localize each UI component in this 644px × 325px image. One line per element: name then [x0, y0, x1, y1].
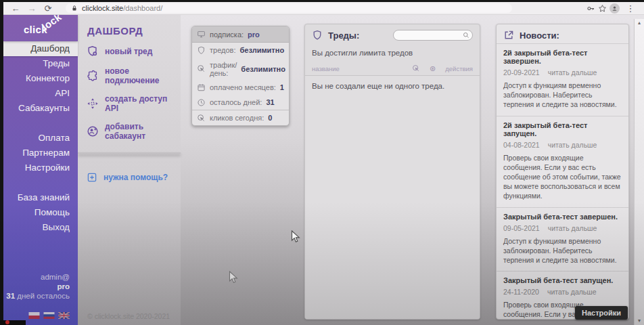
stat-label: трафик/день: — [210, 61, 237, 77]
external-link-icon — [503, 30, 514, 41]
record-dot — [5, 320, 9, 324]
new-connection-label: новое подключение — [105, 66, 181, 85]
days-text: дней осталось — [17, 292, 70, 300]
threads-panel: Треды: Вы достигли лимита тредов названи… — [304, 24, 480, 320]
lock-icon — [71, 5, 78, 12]
subscription-header: подписка: pro — [192, 26, 289, 43]
stat-value: 1 — [280, 83, 284, 91]
new-connection-link[interactable]: новое подключение — [87, 66, 181, 85]
column-actions: действия — [445, 65, 473, 72]
read-more-link[interactable]: читать дальше — [548, 224, 597, 232]
scrollbar[interactable]: ▴ ▾ — [634, 19, 644, 325]
sidebar-item-partners[interactable]: Партнерам — [3, 146, 78, 160]
days-number: 31 — [6, 292, 15, 300]
cursor-click-icon — [197, 114, 206, 123]
account-info: admin@ pro 31 дней осталось — [6, 272, 70, 301]
copyright-footer: © clicklock.site 2020-2021 — [87, 312, 170, 320]
move-arrows-icon — [87, 98, 99, 110]
cursor-click-icon — [197, 64, 206, 73]
shield-icon — [197, 46, 206, 55]
add-subaccount-label: добавить сабакаунт — [105, 122, 181, 141]
sidebar-item-payment[interactable]: Оплата — [3, 131, 78, 146]
search-input[interactable] — [398, 32, 463, 39]
sidebar-item-help[interactable]: Помощь — [3, 205, 78, 220]
account-plan: pro — [6, 282, 70, 291]
news-item-title: Закрытый бета-тест запущен. — [503, 276, 622, 284]
need-help-link[interactable]: нужна помощь? — [87, 172, 181, 183]
nav-group-gap — [3, 175, 78, 190]
help-square-icon — [87, 172, 97, 183]
russia-flag[interactable] — [43, 312, 55, 319]
puzzle-icon — [87, 70, 99, 82]
divider — [78, 152, 181, 154]
uk-flag[interactable] — [58, 312, 70, 319]
bookmark-star-icon[interactable] — [598, 4, 607, 13]
account-email: admin@ — [6, 272, 70, 282]
scroll-down-icon[interactable]: ▾ — [638, 317, 641, 325]
browser-toolbar: ← → ⟳ clicklock.site/dashboard/ ⋮ — [3, 2, 644, 15]
stat-label: кликов сегодня: — [210, 114, 264, 122]
stat-row-traffic: трафик/день: безлимитно — [192, 58, 289, 80]
target-star-icon: ⊛ — [430, 65, 436, 72]
read-more-link[interactable]: читать дальше — [548, 141, 597, 149]
calendar-icon — [197, 83, 206, 92]
settings-button[interactable]: Настройки — [575, 306, 628, 320]
subscription-card: подписка: pro тредов: безлимитно трафик/… — [191, 26, 290, 126]
sidebar-item-subaccounts[interactable]: Сабакаунты — [3, 101, 78, 116]
mouse-cursor — [291, 230, 300, 244]
new-thread-label: новый тред — [105, 47, 152, 56]
browser-menu-icon[interactable]: ⋮ — [622, 2, 639, 15]
logo-block[interactable]: clicklock — [3, 15, 78, 41]
clicklock-logo: clicklock — [24, 24, 68, 35]
quick-actions-column: ДАШБОРД новый тред новое подключение соз… — [78, 15, 181, 325]
news-item-title: Закрытый бета-тест завершен. — [503, 213, 622, 221]
poland-flag[interactable] — [28, 312, 40, 319]
threads-title: Треды: — [328, 30, 359, 41]
sidebar-item-threads[interactable]: Треды — [3, 56, 78, 71]
forward-icon[interactable]: → — [24, 2, 40, 15]
stat-label: оплачено месяцев: — [210, 83, 276, 91]
subscription-label: подписка: — [210, 30, 244, 39]
news-title: Новости: — [520, 30, 559, 41]
sidebar-item-settings[interactable]: Настройки — [3, 160, 78, 175]
read-more-link[interactable]: читать дальше — [548, 68, 597, 77]
column-name: название — [312, 65, 340, 72]
search-icon[interactable] — [463, 32, 469, 39]
read-more-link[interactable]: читать дальше — [547, 288, 597, 296]
news-item-date: 24-11-2020 — [503, 288, 539, 296]
limit-notice: Вы достигли лимита тредов — [312, 49, 473, 57]
new-thread-link[interactable]: новый тред — [87, 45, 181, 58]
create-api-access-label: создать доступ API — [105, 94, 181, 113]
profile-avatar[interactable] — [610, 3, 620, 14]
threads-search[interactable] — [393, 30, 473, 41]
frame-top-edge — [0, 0, 644, 2]
stat-row-months: оплачено месяцев: 1 — [192, 80, 289, 95]
back-icon[interactable]: ← — [7, 2, 24, 15]
news-item: 2й закрытый бета-тест завершен. 20-09-20… — [497, 43, 628, 116]
sidebar-item-dashboard[interactable]: Дашборд — [3, 41, 78, 56]
key-icon[interactable] — [586, 4, 595, 13]
account-days-left: 31 дней осталось — [6, 291, 70, 301]
monitor-icon — [197, 30, 206, 39]
shield-plus-icon — [87, 45, 99, 58]
threads-header: Треды: — [305, 24, 480, 43]
cursor-click-icon — [412, 64, 420, 72]
url-host: clicklock.site — [82, 4, 123, 12]
add-subaccount-link[interactable]: добавить сабакаунт — [87, 122, 181, 141]
news-item-date: 09-05-2021 — [503, 224, 540, 232]
create-api-access-link[interactable]: создать доступ API — [87, 94, 181, 113]
sidebar-item-api[interactable]: API — [3, 86, 78, 101]
frame-left-edge — [0, 0, 3, 325]
news-item-body: Доступ к функциям временно заблокирован.… — [503, 237, 622, 265]
sidebar-item-connector[interactable]: Коннектор — [3, 71, 78, 86]
reload-icon[interactable]: ⟳ — [40, 2, 56, 15]
stat-value: 31 — [266, 98, 274, 106]
person-plus-icon — [87, 125, 99, 137]
url-path: /dashboard/ — [123, 4, 162, 12]
address-bar[interactable]: clicklock.site/dashboard/ — [66, 3, 512, 13]
sidebar-item-logout[interactable]: Выход — [3, 220, 78, 235]
stat-label: тредов: — [210, 46, 235, 54]
main-content: подписка: pro тредов: безлимитно трафик/… — [181, 15, 644, 325]
sidebar-item-knowledge-base[interactable]: База знаний — [3, 190, 78, 205]
scroll-up-icon[interactable]: ▴ — [638, 19, 641, 27]
